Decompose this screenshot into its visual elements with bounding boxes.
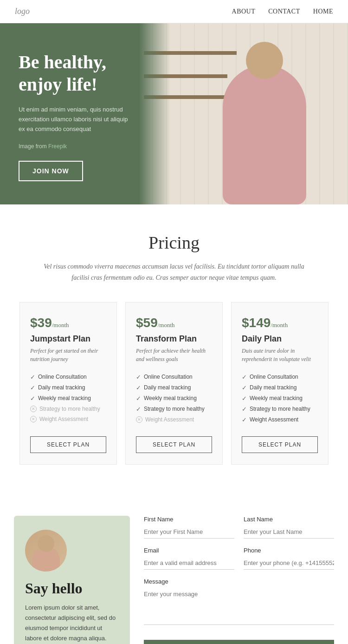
feature-jumpstart-4: ✕Weight Assessment <box>30 414 106 424</box>
email-label: Email <box>144 547 234 554</box>
form-group-email: Email <box>144 547 234 570</box>
pricing-card-daily: $149/month Daily Plan Duis aute irure do… <box>231 302 329 465</box>
select-plan-jumpstart[interactable]: SELECT PLAN <box>30 436 106 453</box>
check-icon: ✓ <box>242 384 247 391</box>
x-icon: ✕ <box>30 416 37 422</box>
check-icon: ✓ <box>30 374 35 381</box>
feature-daily-3: ✓Strategy to more healthy <box>242 404 318 414</box>
select-plan-daily[interactable]: SELECT PLAN <box>242 436 318 453</box>
message-label: Message <box>144 578 334 585</box>
hero-person <box>200 37 329 204</box>
check-icon: ✓ <box>136 374 141 381</box>
contact-hello: Say hello <box>25 580 119 597</box>
nav-contact[interactable]: CONTACT <box>268 8 300 15</box>
feature-jumpstart-3: ✕Strategy to more healthy <box>30 404 106 414</box>
form-row-message: Message <box>144 578 334 625</box>
select-plan-transform[interactable]: SELECT PLAN <box>136 436 212 453</box>
feature-daily-1: ✓Daily meal tracking <box>242 382 318 393</box>
feature-transform-0: ✓Online Consultation <box>136 372 212 382</box>
form-row-name: First Name Last Name <box>144 516 334 539</box>
contact-form: First Name Last Name Email Phone <box>144 516 334 644</box>
check-icon: ✓ <box>30 384 35 391</box>
form-group-last-name: Last Name <box>244 516 334 539</box>
x-icon: ✕ <box>136 416 142 423</box>
form-group-message: Message <box>144 578 334 625</box>
hero-image-credit: Image from Freepik <box>19 143 130 150</box>
check-icon: ✓ <box>242 416 247 423</box>
plan-desc-transform: Perfect for achieve their health and wel… <box>136 347 212 363</box>
plan-price-transform: $59/month <box>136 315 212 330</box>
plan-features-daily: ✓Online Consultation ✓Daily meal trackin… <box>242 372 318 425</box>
last-name-input[interactable] <box>244 526 334 539</box>
hero-section: Be healthy, enjoy life! Ut enim ad minim… <box>0 23 348 204</box>
feature-transform-3: ✓Strategy to more healthy <box>136 404 212 414</box>
plan-name-transform: Transform Plan <box>136 334 212 344</box>
plan-name-jumpstart: Jumpstart Plan <box>30 334 106 344</box>
check-icon: ✓ <box>242 395 247 402</box>
pricing-subtitle: Vel risus commodo viverra maecenas accum… <box>39 261 309 283</box>
plan-desc-daily: Duis aute irure dolor in reprehenderit i… <box>242 347 318 363</box>
navbar: logo ABOUT CONTACT HOME <box>0 0 348 23</box>
first-name-label: First Name <box>144 516 234 523</box>
feature-jumpstart-2: ✓Weekly meal tracking <box>30 393 106 404</box>
form-group-first-name: First Name <box>144 516 234 539</box>
form-row-contact: Email Phone <box>144 547 334 570</box>
contact-inner: Say hello Lorem ipsum dolor sit amet, co… <box>14 516 334 644</box>
feature-jumpstart-1: ✓Daily meal tracking <box>30 382 106 393</box>
check-icon: ✓ <box>136 395 141 402</box>
pricing-title: Pricing <box>14 232 334 253</box>
pricing-card-jumpstart: $39/month Jumpstart Plan Perfect for get… <box>19 302 117 465</box>
plan-features-jumpstart: ✓Online Consultation ✓Daily meal trackin… <box>30 372 106 425</box>
feature-transform-2: ✓Weekly meal tracking <box>136 393 212 404</box>
check-icon: ✓ <box>136 384 141 391</box>
nav-links: ABOUT CONTACT HOME <box>232 8 333 15</box>
avatar <box>25 530 67 572</box>
plan-desc-jumpstart: Perfect for get started on their nutriti… <box>30 347 106 363</box>
feature-daily-2: ✓Weekly meal tracking <box>242 393 318 404</box>
x-icon: ✕ <box>30 406 37 412</box>
contact-left-panel: Say hello Lorem ipsum dolor sit amet, co… <box>14 516 130 644</box>
plan-price-daily: $149/month <box>242 315 318 330</box>
freepik-link[interactable]: Freepik <box>48 143 67 150</box>
phone-input[interactable] <box>244 557 334 570</box>
plan-name-daily: Daily Plan <box>242 334 318 344</box>
contact-description: Lorem ipsum dolor sit amet, consectetur … <box>25 603 119 644</box>
check-icon: ✓ <box>30 395 35 402</box>
hero-image <box>139 23 348 204</box>
feature-jumpstart-0: ✓Online Consultation <box>30 372 106 382</box>
feature-daily-0: ✓Online Consultation <box>242 372 318 382</box>
feature-daily-4: ✓Weight Assessment <box>242 414 318 425</box>
nav-about[interactable]: ABOUT <box>232 8 256 15</box>
hero-content: Be healthy, enjoy life! Ut enim ad minim… <box>0 23 144 204</box>
pricing-section: Pricing Vel risus commodo viverra maecen… <box>0 204 348 483</box>
logo: logo <box>15 7 30 16</box>
feature-transform-1: ✓Daily meal tracking <box>136 382 212 393</box>
check-icon: ✓ <box>242 406 247 413</box>
contact-section: Say hello Lorem ipsum dolor sit amet, co… <box>0 483 348 644</box>
plan-price-jumpstart: $39/month <box>30 315 106 330</box>
form-group-phone: Phone <box>244 547 334 570</box>
check-icon: ✓ <box>242 374 247 381</box>
pricing-cards: $39/month Jumpstart Plan Perfect for get… <box>14 302 334 465</box>
pricing-card-transform: $59/month Transform Plan Perfect for ach… <box>125 302 223 465</box>
nav-home[interactable]: HOME <box>313 8 333 15</box>
feature-transform-4: ✕Weight Assessment <box>136 414 212 425</box>
join-now-button[interactable]: JOIN NOW <box>19 161 83 181</box>
plan-features-transform: ✓Online Consultation ✓Daily meal trackin… <box>136 372 212 425</box>
first-name-input[interactable] <box>144 526 234 539</box>
hero-title: Be healthy, enjoy life! <box>19 51 130 96</box>
email-input[interactable] <box>144 557 234 570</box>
check-icon: ✓ <box>136 406 141 413</box>
hero-subtitle: Ut enim ad minim veniam, quis nostrud ex… <box>19 105 130 134</box>
last-name-label: Last Name <box>244 516 334 523</box>
submit-button[interactable]: SUBMIT <box>144 640 334 644</box>
message-input[interactable] <box>144 588 334 625</box>
phone-label: Phone <box>244 547 334 554</box>
